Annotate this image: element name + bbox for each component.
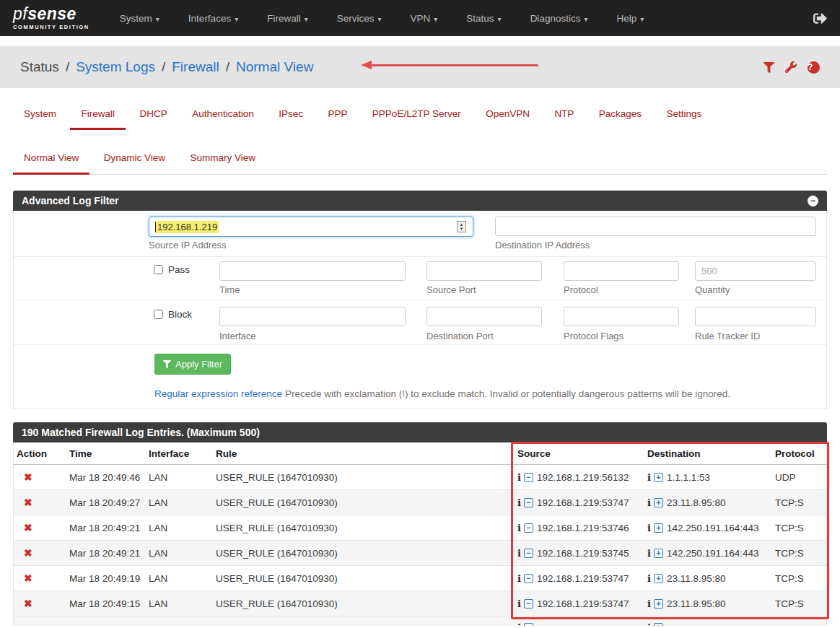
minus-square-icon[interactable] <box>524 549 533 558</box>
minus-square-icon[interactable] <box>524 473 533 482</box>
table-row: Mar 18 20:49:19 LAN USER_RULE (164701093… <box>13 566 827 591</box>
minus-square-icon[interactable] <box>524 599 533 609</box>
chevron-down-icon <box>584 13 587 24</box>
input-stepper-icon[interactable]: ▲▼ <box>457 221 466 232</box>
plus-square-icon[interactable] <box>654 523 663 533</box>
filter-icon[interactable] <box>764 62 774 73</box>
info-icon[interactable] <box>647 548 651 559</box>
nav-menu-services[interactable]: Services <box>337 13 382 24</box>
nav-menu-status[interactable]: Status <box>466 13 501 24</box>
minus-square-icon[interactable] <box>524 623 533 626</box>
nav-menu-system[interactable]: System <box>120 13 159 24</box>
nav-menu-diagnostics[interactable]: Diagnostics <box>530 13 588 24</box>
advanced-log-filter-panel: Advanced Log Filter 192.168.1.219 ▲▼ Sou… <box>13 191 827 409</box>
tab-normal-view[interactable]: Normal View <box>13 152 89 174</box>
nav-menu-vpn[interactable]: VPN <box>411 13 438 24</box>
action-block-icon[interactable] <box>24 598 32 609</box>
info-icon[interactable] <box>647 622 651 626</box>
log-destination: 23.11.8.95:80 <box>667 573 726 584</box>
minus-square-icon[interactable] <box>524 574 533 583</box>
tab-settings[interactable]: Settings <box>656 108 713 129</box>
collapse-panel-icon[interactable] <box>808 196 818 206</box>
breadcrumb-separator: / <box>226 59 229 75</box>
info-icon[interactable] <box>517 573 521 584</box>
minus-square-icon[interactable] <box>524 523 533 533</box>
source-port-input[interactable] <box>426 261 542 281</box>
protocol-input[interactable] <box>564 261 679 281</box>
block-checkbox[interactable]: Block <box>154 309 192 320</box>
action-block-icon[interactable] <box>24 572 32 584</box>
block-checkbox-input[interactable] <box>154 310 163 319</box>
nav-menu-help[interactable]: Help <box>616 13 644 24</box>
plus-square-icon[interactable] <box>654 549 663 558</box>
filter-panel-header: Advanced Log Filter <box>13 191 827 211</box>
nav-menu-firewall[interactable]: Firewall <box>267 13 308 24</box>
wrench-icon[interactable] <box>785 61 797 73</box>
top-navbar: pfsense COMMUNITY EDITION System Interfa… <box>0 0 840 36</box>
tab-firewall[interactable]: Firewall <box>70 108 126 129</box>
quantity-input[interactable] <box>695 261 816 281</box>
tab-ntp[interactable]: NTP <box>543 108 585 129</box>
tab-pppoe-l2tp-server[interactable]: PPPoE/L2TP Server <box>362 108 472 129</box>
info-icon[interactable] <box>517 497 521 508</box>
nav-menu-interfaces[interactable]: Interfaces <box>188 13 238 24</box>
pfsense-logo[interactable]: pfsense COMMUNITY EDITION <box>13 6 89 30</box>
info-icon[interactable] <box>647 472 651 483</box>
info-icon[interactable] <box>647 598 651 609</box>
rule-tracker-id-input[interactable] <box>695 307 816 326</box>
info-icon[interactable] <box>517 523 521 533</box>
pass-checkbox[interactable]: Pass <box>154 264 190 275</box>
plus-square-icon[interactable] <box>654 473 663 482</box>
action-block-icon[interactable] <box>24 471 32 483</box>
destination-ip-input[interactable] <box>495 217 816 236</box>
breadcrumb-actions <box>764 61 820 74</box>
time-label: Time <box>219 284 240 295</box>
filter-panel-body: 192.168.1.219 ▲▼ Source IP Address Desti… <box>13 211 827 409</box>
breadcrumb-link-firewall[interactable]: Firewall <box>172 59 219 75</box>
chevron-down-icon <box>640 13 644 24</box>
breadcrumb-link-system-logs[interactable]: System Logs <box>76 59 155 75</box>
tab-authentication[interactable]: Authentication <box>181 108 265 129</box>
info-icon[interactable] <box>647 497 651 508</box>
protocol-flags-input[interactable] <box>564 307 679 326</box>
tab-dhcp[interactable]: DHCP <box>128 108 178 129</box>
help-icon[interactable] <box>808 61 820 74</box>
tab-dynamic-view[interactable]: Dynamic View <box>93 152 176 174</box>
tab-ppp[interactable]: PPP <box>317 108 358 129</box>
log-source: 192.168.1.219:53745 <box>537 548 629 559</box>
info-icon[interactable] <box>647 573 651 584</box>
info-icon[interactable] <box>517 548 521 559</box>
tab-packages[interactable]: Packages <box>588 108 652 129</box>
plus-square-icon[interactable] <box>654 599 663 609</box>
plus-square-icon[interactable] <box>654 574 663 583</box>
action-block-icon[interactable] <box>24 497 32 508</box>
pass-checkbox-input[interactable] <box>154 265 163 274</box>
breadcrumb-link-normal-view[interactable]: Normal View <box>236 59 313 75</box>
column-source: Source <box>517 448 647 459</box>
log-panel-title: 190 Matched Firewall Log Entries. (Maxim… <box>22 427 260 438</box>
interface-input[interactable] <box>219 307 406 326</box>
minus-square-icon[interactable] <box>524 498 533 507</box>
tab-label: Authentication <box>192 108 254 119</box>
tab-openvpn[interactable]: OpenVPN <box>475 108 541 129</box>
info-icon[interactable] <box>517 622 521 626</box>
log-destination: 142.250.191.164:443 <box>667 523 759 533</box>
firewall-log-panel: 190 Matched Firewall Log Entries. (Maxim… <box>13 422 827 626</box>
regex-reference-link[interactable]: Regular expression reference <box>154 388 282 399</box>
info-icon[interactable] <box>517 598 521 609</box>
action-block-icon[interactable] <box>24 522 32 533</box>
plus-square-icon[interactable] <box>654 623 663 626</box>
tab-system[interactable]: System <box>13 108 67 129</box>
action-block-icon[interactable] <box>24 547 32 559</box>
plus-square-icon[interactable] <box>654 498 663 507</box>
time-input[interactable] <box>219 261 406 281</box>
apply-filter-button[interactable]: Apply Filter <box>154 354 231 375</box>
source-ip-input[interactable]: 192.168.1.219 ▲▼ <box>149 217 473 237</box>
tab-ipsec[interactable]: IPsec <box>268 108 314 129</box>
info-icon[interactable] <box>647 523 651 533</box>
logout-icon[interactable] <box>813 12 827 25</box>
tab-summary-view[interactable]: Summary View <box>179 152 266 174</box>
info-icon[interactable] <box>517 472 521 483</box>
breadcrumb-separator: / <box>66 59 69 75</box>
destination-port-input[interactable] <box>426 307 542 326</box>
